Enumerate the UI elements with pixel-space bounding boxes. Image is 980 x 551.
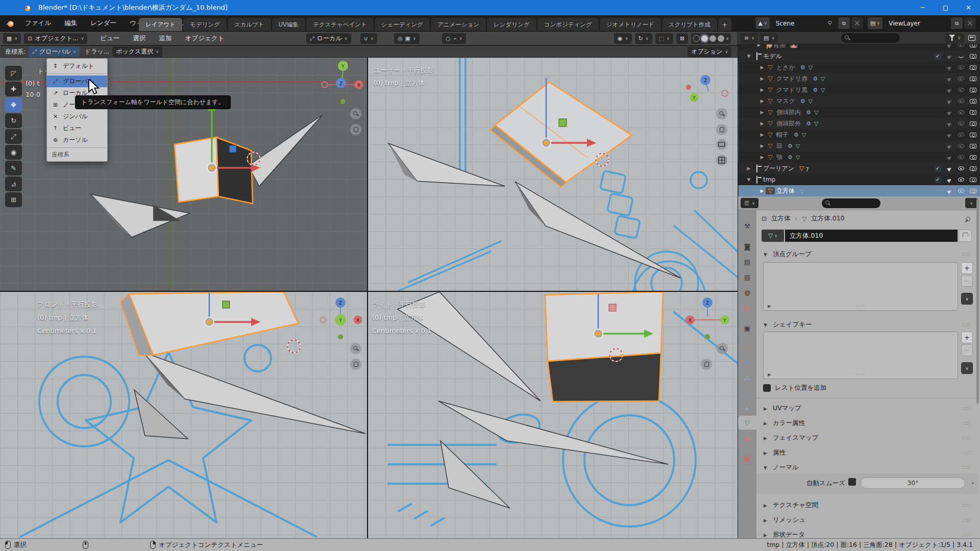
- nav-gizmo-tl[interactable]: Y Z X: [322, 61, 363, 104]
- nav-gizmo-br[interactable]: Z X Y: [685, 297, 729, 339]
- nav-gizmo-tr[interactable]: Z Y: [686, 75, 728, 102]
- camera-view-icon[interactable]: [716, 139, 727, 150]
- falloff-dropdown[interactable]: ○ ⌢∨: [442, 33, 466, 44]
- selectable-icon[interactable]: ▶: [946, 187, 953, 194]
- list-expand-icon[interactable]: ▶: [768, 372, 771, 377]
- panel-remesh-header[interactable]: ▶リメッシュ···· ····: [756, 514, 978, 527]
- pan-hand-icon[interactable]: [701, 359, 712, 370]
- add-workspace-button[interactable]: +: [718, 18, 731, 31]
- tool-measure[interactable]: ⊿: [5, 177, 22, 191]
- render-visibility-icon[interactable]: [970, 88, 976, 92]
- tab-geometry-nodes[interactable]: ジオメトリノード: [600, 18, 661, 31]
- menu-file[interactable]: ファイル: [19, 17, 57, 29]
- render-visibility-icon[interactable]: [970, 144, 976, 148]
- outliner-row-tmp[interactable]: ▼ tmp ✓▶: [738, 174, 980, 185]
- panel-shape-keys-header[interactable]: ▼シェイプキー···· ····: [756, 318, 978, 331]
- hide-icon[interactable]: [958, 99, 964, 103]
- outliner-search-input[interactable]: [841, 33, 900, 43]
- outliner-row-boolean[interactable]: ▶ ブーリアン ▽7 ✓▶: [738, 163, 980, 174]
- selectable-icon[interactable]: ▶: [946, 109, 953, 115]
- grid-ortho-icon[interactable]: [716, 155, 727, 166]
- hide-icon[interactable]: [958, 189, 964, 193]
- list-expand-icon[interactable]: ▶: [768, 304, 771, 309]
- tool-transform[interactable]: ◉: [5, 145, 22, 160]
- tool-select-box[interactable]: ◸: [5, 66, 22, 81]
- render-visibility-icon[interactable]: [970, 121, 976, 126]
- selectable-icon[interactable]: ▶: [946, 75, 953, 82]
- outliner-row-tosaka[interactable]: ▶ ▽とさか ⚙▽ ▶: [738, 62, 980, 73]
- menu-item-cursor[interactable]: ⊕カーソル: [47, 134, 107, 146]
- menu-add[interactable]: 追加: [153, 34, 179, 43]
- outliner-row-kumadori-red[interactable]: ▶ ▽クマドリ赤 ⚙▽ ▶: [738, 73, 980, 84]
- viewport-canvas[interactable]: Y Z X トッ (0) t 10 0 ◸ ✚ ✥ ↻ ⤢ ◉ ✎: [0, 58, 738, 538]
- overlays-dropdown[interactable]: ⬚∨: [655, 33, 673, 44]
- outliner-row-sokutobu-soto[interactable]: ▶ ▽側頭部外 ⚙▽ ▶: [738, 118, 980, 129]
- hide-icon[interactable]: [958, 77, 964, 81]
- gizmo-dropdown[interactable]: ↻∨: [635, 33, 652, 44]
- shape-key-remove-button[interactable]: −: [961, 344, 973, 356]
- outliner-row-boushi[interactable]: ▶ ▽帽子 ⚙▽ ▶: [738, 129, 980, 140]
- tab-modeling[interactable]: モデリング: [183, 18, 227, 31]
- outliner-filter-button[interactable]: ∨: [945, 33, 964, 43]
- shading-solid-button[interactable]: [701, 35, 708, 42]
- scene-name-field[interactable]: Scene ⚲: [771, 17, 837, 29]
- mesh-name-input[interactable]: 立方体.010: [785, 230, 958, 242]
- render-visibility-icon[interactable]: [970, 178, 976, 182]
- zoom-icon[interactable]: [350, 108, 361, 119]
- tab-shading[interactable]: シェーディング: [375, 18, 430, 31]
- menu-select[interactable]: 選択: [127, 34, 153, 43]
- panel-normals-header[interactable]: ▼ノーマル···· ····: [756, 461, 978, 474]
- panel-uv-maps-header[interactable]: ▶UVマップ···· ····: [756, 402, 978, 415]
- pan-hand-icon[interactable]: [716, 124, 727, 135]
- viewport-bottom-left[interactable]: Z Y X フロント・平行投影 (0) tmp | 立方体 Centimeter…: [0, 292, 367, 538]
- panel-geometry-data-header[interactable]: ▶形状データ···· ····: [756, 529, 978, 538]
- selectable-icon[interactable]: ▶: [946, 165, 953, 171]
- editor-type-button[interactable]: ▦∨: [3, 33, 21, 44]
- mode-dropdown[interactable]: ⊡ オブジェクト... ∨: [24, 33, 87, 44]
- tab-scene[interactable]: ◍: [738, 286, 756, 299]
- mesh-browse-button[interactable]: ▽∨: [762, 230, 784, 242]
- outliner-row-ago[interactable]: ▶ ▽顎 ⚙▽ ▶: [738, 152, 980, 163]
- vertex-group-specials-button[interactable]: ∨: [961, 293, 973, 305]
- tool-scale[interactable]: ⤢: [5, 129, 22, 144]
- menu-item-default[interactable]: ↕デフォルト: [47, 60, 107, 72]
- viewport-top-right[interactable]: Z Y ユーザー・平行投影 (0) tmp |: [368, 58, 738, 291]
- vertex-group-add-button[interactable]: +: [961, 262, 973, 274]
- tab-material[interactable]: ◕: [738, 431, 756, 445]
- menu-render[interactable]: レンダー: [85, 17, 122, 29]
- animate-dot[interactable]: [972, 482, 974, 484]
- tab-physics[interactable]: ◌: [738, 386, 756, 399]
- tab-scripting[interactable]: スクリプト作成: [662, 18, 717, 31]
- tab-uv-editing[interactable]: UV編集: [272, 18, 305, 31]
- close-button[interactable]: ✕: [957, 0, 980, 15]
- scene-browse-button[interactable]: ▲∨: [755, 17, 769, 29]
- auto-smooth-checkbox[interactable]: [848, 478, 856, 486]
- tab-particles[interactable]: ⁂: [738, 371, 756, 385]
- hide-icon[interactable]: [958, 55, 964, 58]
- selectable-icon[interactable]: ▶: [946, 86, 953, 93]
- shape-keys-list[interactable]: ▶ ····: [763, 332, 958, 379]
- render-visibility-icon[interactable]: [970, 54, 976, 59]
- list-resize-grip[interactable]: ····: [856, 303, 865, 309]
- menu-object[interactable]: オブジェクト: [179, 34, 231, 43]
- properties-search-input[interactable]: [822, 198, 880, 208]
- breadcrumb-object[interactable]: 立方体: [771, 214, 791, 223]
- hide-icon[interactable]: [958, 88, 964, 92]
- render-visibility-icon[interactable]: [970, 155, 976, 160]
- pan-hand-icon[interactable]: [350, 359, 361, 370]
- render-visibility-icon[interactable]: [970, 110, 976, 115]
- pin-id-icon[interactable]: [965, 216, 971, 222]
- viewlayer-delete-button[interactable]: ✕: [964, 17, 976, 29]
- proportional-edit-toggle[interactable]: ◎ ▣∨: [394, 33, 420, 44]
- panel-attributes-header[interactable]: ▶属性···· ····: [756, 446, 978, 459]
- tab-object-data[interactable]: ▽: [738, 416, 756, 430]
- render-visibility-icon[interactable]: [970, 166, 976, 171]
- outliner-row-cube-selected[interactable]: ▶ ▽ 立方体 ▽ ▶: [738, 185, 980, 196]
- fake-user-button[interactable]: [959, 230, 972, 242]
- menu-item-gimbal[interactable]: ✕ジンバル: [47, 111, 107, 122]
- outliner-row-mask[interactable]: ▶ ▽マスク ⚙▽ ▶: [738, 95, 980, 107]
- shading-material-button[interactable]: [709, 35, 716, 42]
- orientation-dropdown[interactable]: ⤢ ローカル ∨: [306, 33, 351, 44]
- render-visibility-icon[interactable]: [970, 77, 976, 81]
- selectable-icon[interactable]: ▶: [946, 154, 953, 160]
